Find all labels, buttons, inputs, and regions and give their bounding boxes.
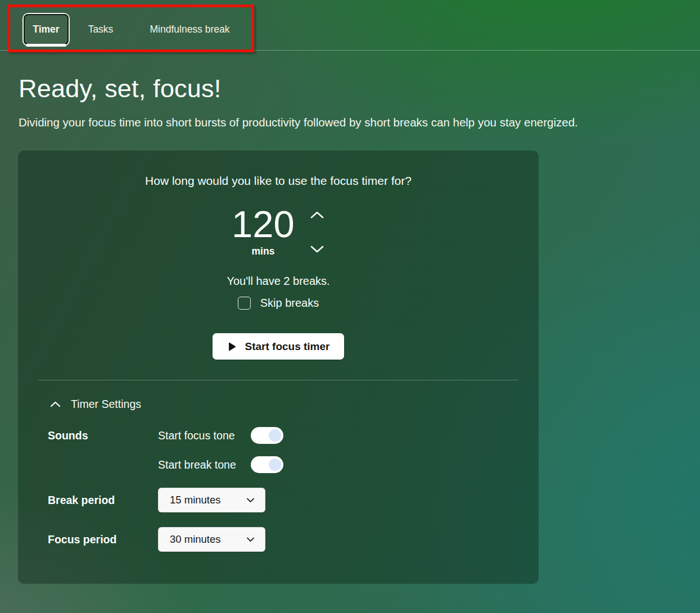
- start-break-tone-toggle[interactable]: [251, 456, 283, 473]
- duration-unit-label: mins: [232, 246, 295, 257]
- skip-breaks-label[interactable]: Skip breaks: [260, 297, 319, 310]
- duration-value[interactable]: 120: [232, 205, 295, 244]
- break-period-label: Break period: [48, 494, 115, 507]
- break-period-value: 15 minutes: [170, 494, 221, 506]
- skip-breaks-row: Skip breaks: [18, 297, 539, 310]
- start-focus-tone-toggle[interactable]: [251, 427, 283, 444]
- toggle-knob: [269, 458, 281, 471]
- focus-timer-card: How long would you like to use the focus…: [18, 151, 539, 584]
- annotation-highlight-box: [7, 4, 254, 52]
- start-focus-timer-button[interactable]: Start focus timer: [213, 333, 344, 360]
- break-period-dropdown[interactable]: 15 minutes: [158, 488, 265, 512]
- duration-increase-button[interactable]: [309, 210, 325, 220]
- timer-settings-expander[interactable]: Timer Settings: [49, 398, 141, 411]
- start-focus-timer-label: Start focus timer: [245, 340, 330, 353]
- duration-stepper: 120 mins: [18, 205, 539, 257]
- page-subtitle: Dividing your focus time into short burs…: [19, 116, 578, 129]
- focus-period-label: Focus period: [48, 533, 116, 546]
- timer-question: How long would you like to use the focus…: [18, 174, 539, 188]
- chevron-down-icon: [309, 247, 325, 256]
- chevron-down-icon: [246, 497, 255, 503]
- page-title: Ready, set, focus!: [19, 74, 221, 103]
- start-break-tone-label: Start break tone: [158, 458, 236, 471]
- settings-divider: [38, 380, 518, 380]
- focus-period-dropdown[interactable]: 30 minutes: [158, 527, 265, 552]
- breaks-info-text: You'll have 2 breaks.: [18, 275, 539, 288]
- focus-period-value: 30 minutes: [170, 533, 221, 546]
- timer-settings-label: Timer Settings: [71, 398, 141, 411]
- start-focus-tone-label: Start focus tone: [158, 429, 235, 442]
- play-icon: [227, 342, 237, 352]
- collapse-chevron-up-icon: [49, 401, 61, 408]
- chevron-up-icon: [309, 213, 325, 221]
- toggle-knob: [269, 429, 281, 442]
- duration-decrease-button[interactable]: [309, 244, 325, 254]
- skip-breaks-checkbox[interactable]: [238, 297, 251, 310]
- sounds-label: Sounds: [48, 429, 88, 442]
- chevron-down-icon: [246, 537, 255, 542]
